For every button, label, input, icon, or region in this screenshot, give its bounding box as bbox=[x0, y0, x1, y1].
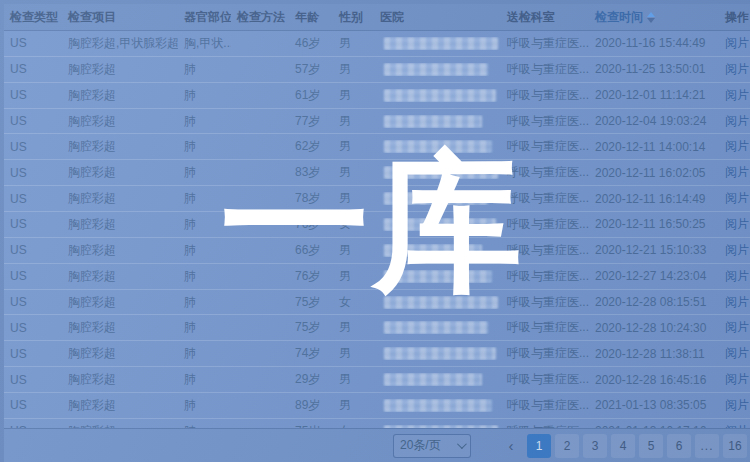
cell-part: 肺 bbox=[178, 319, 231, 336]
view-image-link[interactable]: 阅片 bbox=[725, 346, 749, 360]
page-button-6[interactable]: 6 bbox=[667, 434, 691, 458]
view-image-link[interactable]: 阅片 bbox=[725, 191, 749, 205]
page-button-4[interactable]: 4 bbox=[611, 434, 635, 458]
cell-dept: 呼吸与重症医... bbox=[501, 164, 589, 181]
cell-time: 2020-12-11 16:50:25 bbox=[589, 217, 719, 231]
page-button-2[interactable]: 2 bbox=[555, 434, 579, 458]
table-row: US胸腔彩超肺29岁男呼吸与重症医...2020-12-28 16:45:16阅… bbox=[4, 367, 750, 393]
cell-time: 2020-12-01 11:14:21 bbox=[589, 88, 719, 102]
cell-type: US bbox=[4, 398, 62, 412]
cell-time: 2020-12-28 11:38:11 bbox=[589, 347, 719, 361]
cell-dept: 呼吸与重症医... bbox=[501, 87, 589, 104]
cell-gender: 男 bbox=[333, 371, 374, 388]
cell-type: US bbox=[4, 192, 62, 206]
table-row: US胸腔彩超,甲状腺彩超胸,甲状...46岁男呼吸与重症医...2020-11-… bbox=[4, 31, 750, 57]
cell-hospital bbox=[374, 296, 501, 309]
cell-part: 胸,甲状... bbox=[178, 35, 231, 52]
cell-dept: 呼吸与重症医... bbox=[501, 216, 589, 233]
column-label: 检查方法 bbox=[237, 9, 285, 26]
cell-age: 83岁 bbox=[289, 164, 333, 181]
view-image-link[interactable]: 阅片 bbox=[725, 398, 749, 412]
cell-type: US bbox=[4, 321, 62, 335]
cell-project: 胸腔彩超 bbox=[62, 319, 178, 336]
chevron-down-icon bbox=[457, 439, 467, 449]
cell-project: 胸腔彩超 bbox=[62, 113, 178, 130]
cell-age: 78岁 bbox=[289, 190, 333, 207]
cell-action: 阅片 bbox=[719, 294, 750, 311]
cell-time: 2021-01-13 08:35:05 bbox=[589, 398, 719, 412]
sort-caret-icon[interactable] bbox=[647, 12, 655, 23]
cell-gender: 男 bbox=[333, 61, 374, 78]
cell-hospital bbox=[374, 166, 501, 179]
cell-time: 2020-12-27 14:23:04 bbox=[589, 269, 719, 283]
cell-gender: 男 bbox=[333, 35, 374, 52]
cell-age: 74岁 bbox=[289, 345, 333, 362]
table-row: US胸腔彩超肺78岁男呼吸与重症医...2020-12-11 16:14:49阅… bbox=[4, 186, 750, 212]
view-image-link[interactable]: 阅片 bbox=[725, 269, 749, 283]
hospital-redacted-blur bbox=[384, 37, 498, 50]
column-label: 操作 bbox=[725, 9, 749, 26]
cell-dept: 呼吸与重症医... bbox=[501, 113, 589, 130]
page-button-1[interactable]: 1 bbox=[527, 434, 551, 458]
view-image-link[interactable]: 阅片 bbox=[725, 139, 749, 153]
view-image-link[interactable]: 阅片 bbox=[725, 320, 749, 334]
more-pages-button[interactable]: ... bbox=[695, 434, 719, 458]
cell-project: 胸腔彩超 bbox=[62, 164, 178, 181]
sort-caret-down-icon bbox=[647, 18, 655, 23]
cell-action: 阅片 bbox=[719, 268, 750, 285]
view-image-link[interactable]: 阅片 bbox=[725, 372, 749, 386]
cell-gender: 男 bbox=[333, 164, 374, 181]
cell-type: US bbox=[4, 217, 62, 231]
view-image-link[interactable]: 阅片 bbox=[725, 114, 749, 128]
view-image-link[interactable]: 阅片 bbox=[725, 36, 749, 50]
table-row: US胸腔彩超肺61岁男呼吸与重症医...2020-12-01 11:14:21阅… bbox=[4, 83, 750, 109]
table-row: US胸腔彩超肺62岁男呼吸与重症医...2020-12-11 14:00:14阅… bbox=[4, 134, 750, 160]
column-header-method: 检查方法 bbox=[231, 9, 289, 26]
view-image-link[interactable]: 阅片 bbox=[725, 217, 749, 231]
exam-table-card: 检查类型检查项目器官部位检查方法年龄性别医院送检科室检查时间操作 US胸腔彩超,… bbox=[4, 4, 750, 462]
column-header-action: 操作 bbox=[719, 9, 750, 26]
cell-age: 29岁 bbox=[289, 371, 333, 388]
view-image-link[interactable]: 阅片 bbox=[725, 62, 749, 76]
cell-hospital bbox=[374, 321, 501, 334]
view-image-link[interactable]: 阅片 bbox=[725, 165, 749, 179]
column-header-dept: 送检科室 bbox=[501, 9, 589, 26]
cell-part: 肺 bbox=[178, 216, 231, 233]
cell-age: 62岁 bbox=[289, 138, 333, 155]
page-button-16[interactable]: 16 bbox=[723, 434, 747, 458]
view-image-link[interactable]: 阅片 bbox=[725, 295, 749, 309]
cell-hospital bbox=[374, 140, 501, 153]
page-button-5[interactable]: 5 bbox=[639, 434, 663, 458]
cell-gender: 男 bbox=[333, 345, 374, 362]
cell-dept: 呼吸与重症医... bbox=[501, 190, 589, 207]
page-size-select[interactable]: 20条/页 bbox=[393, 434, 471, 458]
cell-part: 肺 bbox=[178, 371, 231, 388]
prev-page-button[interactable]: ‹ bbox=[499, 434, 523, 458]
cell-gender: 女 bbox=[333, 216, 374, 233]
pager: ‹ 123456...16 bbox=[495, 434, 747, 458]
cell-part: 肺 bbox=[178, 345, 231, 362]
cell-gender: 男 bbox=[333, 87, 374, 104]
table-row: US胸腔彩超肺89岁男呼吸与重症医...2021-01-13 08:35:05阅… bbox=[4, 393, 750, 419]
cell-type: US bbox=[4, 62, 62, 76]
column-header-part: 器官部位 bbox=[178, 9, 231, 26]
page-button-3[interactable]: 3 bbox=[583, 434, 607, 458]
cell-type: US bbox=[4, 166, 62, 180]
hospital-redacted-blur bbox=[384, 244, 482, 257]
view-image-link[interactable]: 阅片 bbox=[725, 88, 749, 102]
column-header-gender: 性别 bbox=[333, 9, 374, 26]
cell-age: 61岁 bbox=[289, 87, 333, 104]
column-header-time[interactable]: 检查时间 bbox=[589, 9, 719, 26]
cell-project: 胸腔彩超 bbox=[62, 345, 178, 362]
cell-part: 肺 bbox=[178, 61, 231, 78]
table-row: US胸腔彩超肺66岁男呼吸与重症医...2020-12-21 15:10:33阅… bbox=[4, 238, 750, 264]
column-label: 检查时间 bbox=[595, 9, 643, 26]
page-size-value: 20条/页 bbox=[400, 437, 441, 454]
cell-gender: 男 bbox=[333, 113, 374, 130]
view-image-link[interactable]: 阅片 bbox=[725, 243, 749, 257]
column-header-hospital: 医院 bbox=[374, 9, 501, 26]
cell-time: 2020-11-25 13:50:01 bbox=[589, 62, 719, 76]
cell-action: 阅片 bbox=[719, 371, 750, 388]
cell-project: 胸腔彩超 bbox=[62, 190, 178, 207]
cell-hospital bbox=[374, 373, 501, 386]
